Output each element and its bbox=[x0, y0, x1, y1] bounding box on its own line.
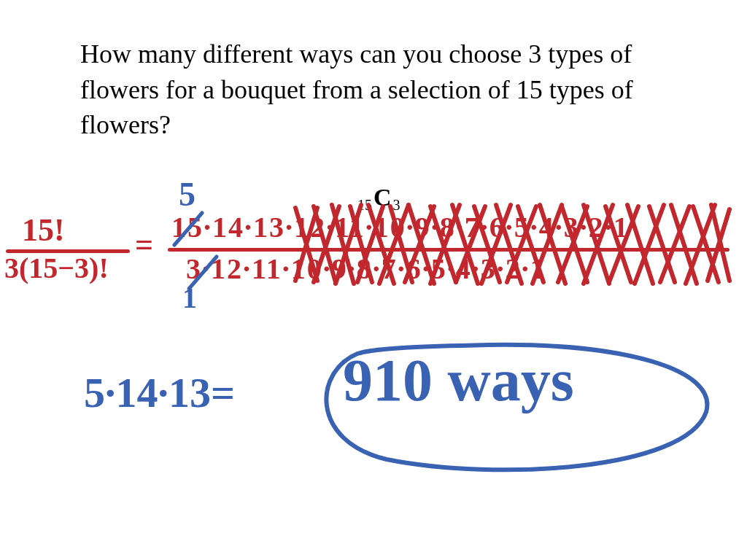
combination-symbol: C bbox=[374, 184, 392, 211]
simplified-5: 5 bbox=[179, 175, 196, 214]
expanded-numerator: 15·14·13·12·11·10·9·8·7·6·5·4·3·2·1 bbox=[171, 210, 630, 244]
formula-left-numerator: 15! bbox=[22, 211, 65, 249]
simplified-1: 1 bbox=[182, 281, 197, 315]
problem-text: How many different ways can you choose 3… bbox=[80, 36, 678, 143]
equals-sign-1: = bbox=[135, 226, 153, 263]
expanded-denominator: 3·12·11·10·9·8·7·6·5·4·3·2·1 bbox=[186, 252, 546, 286]
final-expression: 5·14·13= bbox=[84, 368, 235, 417]
combination-notation: 15C3 bbox=[357, 184, 400, 214]
final-answer: 910 ways bbox=[343, 346, 574, 415]
formula-left-denominator: 3(15−3)! bbox=[4, 251, 109, 285]
